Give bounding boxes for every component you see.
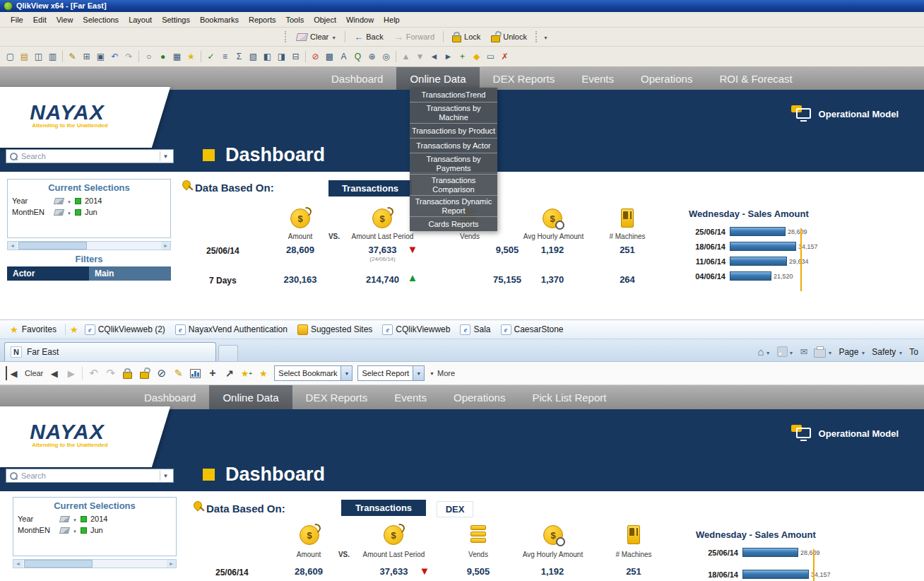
scroll-left-icon[interactable]: ◄ [13, 560, 23, 568]
toolbar-icon[interactable]: + [456, 50, 469, 64]
source-tab-dex[interactable]: DEX [437, 501, 473, 517]
unlock-button[interactable]: Unlock [487, 30, 531, 44]
menu-item-edit[interactable]: Edit [28, 14, 52, 25]
chart-bar[interactable] [730, 271, 771, 281]
menu-item-bookmarks[interactable]: Bookmarks [195, 14, 244, 25]
menu-item-reports[interactable]: Reports [244, 14, 281, 25]
toolbar-icon[interactable]: ● [156, 50, 170, 64]
eraser-icon[interactable] [59, 527, 70, 534]
favorites-link[interactable]: NayaxVend Authentication [172, 323, 291, 336]
source-tab-transactions[interactable]: Transactions [328, 180, 412, 196]
menu-item-settings[interactable]: Settings [157, 14, 195, 25]
chevron-down-icon[interactable] [67, 208, 71, 216]
horizontal-scrollbar[interactable]: ◄ ► [7, 241, 171, 250]
page-menu-button[interactable]: Page [839, 347, 865, 357]
toolbar-icon[interactable]: ◫ [32, 50, 45, 64]
lock-button[interactable] [122, 366, 134, 380]
toolbar-icon[interactable]: Q [351, 50, 365, 64]
menu-item-transactions-comparison[interactable]: Transactions Comparison [410, 175, 497, 196]
tab-roi-forecast[interactable]: ROI & Forecast [706, 67, 805, 90]
chevron-down-icon[interactable] [160, 471, 171, 481]
forward-button[interactable] [65, 366, 77, 380]
toolbar-icon[interactable]: ✎ [66, 50, 79, 64]
toolbar-icon[interactable]: ↶ [108, 50, 122, 64]
chart-bar[interactable] [742, 548, 798, 557]
toolbar-icon[interactable]: ⊘ [309, 50, 322, 64]
filter-tab-actor[interactable]: Actor [7, 266, 89, 281]
redo-button[interactable] [105, 366, 117, 380]
back-button[interactable] [48, 366, 60, 380]
toolbar-icon[interactable]: ○ [142, 50, 155, 64]
toolbar-icon[interactable]: ◄ [427, 50, 441, 64]
favorites-link[interactable]: CQlikViewweb (2) [81, 323, 169, 336]
window-titlebar[interactable]: QlikView x64 - [Far East] [0, 0, 924, 12]
eraser-icon[interactable] [54, 198, 64, 204]
menu-item-transactions-by-product[interactable]: Transactions by Product [410, 124, 497, 139]
menu-item-transactions-by-machine[interactable]: Transactions by Machine [410, 102, 497, 124]
scroll-right-icon[interactable]: ► [167, 560, 176, 568]
stat-machines[interactable]: 251 [599, 245, 656, 255]
chart-bar[interactable] [730, 242, 796, 251]
toolbar-icon[interactable]: ▥ [46, 50, 59, 64]
favorites-link[interactable]: Sala [456, 323, 494, 336]
chevron-down-icon[interactable] [73, 515, 77, 523]
clear-button[interactable] [6, 366, 20, 380]
toolbar-icon[interactable]: ▤ [18, 50, 31, 64]
clear-all-button[interactable] [155, 366, 167, 380]
selection-row[interactable]: Year 2014 [18, 515, 172, 523]
forward-button[interactable]: Forward [390, 30, 439, 44]
menu-item-transactions-by-actor[interactable]: Transactions by Actor [410, 139, 497, 153]
menu-item-cards-reports[interactable]: Cards Reports [410, 217, 497, 231]
chart-bar[interactable] [730, 257, 787, 266]
toolbar-overflow-icon[interactable] [543, 33, 548, 41]
chevron-down-icon[interactable] [73, 526, 77, 534]
scrollbar-thumb[interactable] [18, 242, 87, 250]
stat-avg-hourly[interactable]: 1,192 [524, 245, 581, 255]
stat-machines[interactable]: 264 [599, 274, 656, 285]
toolbar-icon[interactable]: ▧ [247, 50, 260, 64]
toolbar-icon[interactable]: ⊞ [80, 50, 93, 64]
safety-menu-button[interactable]: Safety [872, 347, 903, 357]
chart-button[interactable] [189, 366, 201, 380]
menu-item-selections[interactable]: Selections [78, 14, 124, 25]
favorites-link[interactable]: Suggested Sites [294, 323, 376, 336]
toolbar-icon[interactable]: Σ [232, 50, 246, 64]
toolbar-icon[interactable]: ✗ [498, 50, 511, 64]
report-select[interactable]: Select Report [357, 365, 425, 381]
tab-operations[interactable]: Operations [627, 67, 706, 90]
menu-item-window[interactable]: Window [341, 14, 379, 25]
chevron-down-icon[interactable] [67, 196, 71, 205]
remove-bookmark-button[interactable] [257, 366, 269, 380]
clear-button[interactable]: Clear [292, 31, 340, 42]
bookmark-select[interactable]: Select Bookmark [274, 365, 353, 381]
back-button[interactable]: Back [350, 30, 387, 44]
eraser-icon[interactable] [59, 516, 70, 522]
selection-row[interactable]: MonthEN Jun [18, 526, 172, 534]
scroll-left-icon[interactable]: ◄ [8, 242, 17, 250]
undo-button[interactable] [88, 366, 100, 380]
tab-dashboard[interactable]: Dashboard [318, 67, 396, 90]
toolbar-icon[interactable]: ▩ [323, 50, 336, 64]
unlock-button[interactable] [138, 366, 150, 380]
toolbar-icon[interactable]: ▢ [4, 50, 17, 64]
more-button[interactable]: More [430, 369, 455, 377]
tab-pick-list-report[interactable]: Pick List Report [519, 385, 620, 409]
tab-operations[interactable]: Operations [440, 385, 519, 409]
menu-item-tools[interactable]: Tools [280, 14, 309, 25]
quick-chart-button[interactable] [223, 366, 235, 380]
operational-model-button[interactable]: Operational Model [791, 105, 899, 122]
menu-item-layout[interactable]: Layout [124, 14, 157, 25]
favorites-link[interactable]: CaesarStone [497, 323, 567, 336]
selection-row[interactable]: MonthEN Jun [12, 208, 166, 216]
toolbar-icon[interactable]: ≡ [218, 50, 232, 64]
chevron-down-icon[interactable] [160, 151, 171, 161]
toolbar-icon[interactable]: ✓ [204, 50, 218, 64]
selection-row[interactable]: Year 2014 [12, 196, 166, 205]
toolbar-icon[interactable]: ◆ [470, 50, 483, 64]
menu-item-transactions-trend[interactable]: TransactionsTrend [410, 88, 497, 102]
source-tab-transactions[interactable]: Transactions [341, 500, 426, 516]
stat-amount[interactable]: 28,609 [280, 566, 337, 577]
favorites-link[interactable]: CQlikViewweb [379, 323, 454, 336]
eraser-icon[interactable] [54, 209, 64, 216]
scrollbar-thumb[interactable] [24, 560, 93, 568]
